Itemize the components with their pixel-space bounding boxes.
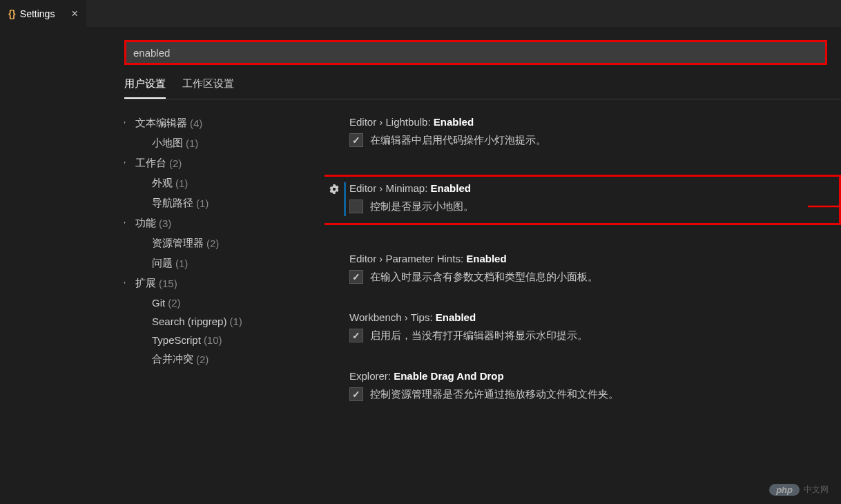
search-wrap bbox=[124, 28, 841, 65]
toc-item-merge-conflict[interactable]: 合并冲突 (2) bbox=[124, 349, 325, 369]
setting-description: 在输入时显示含有参数文档和类型信息的小面板。 bbox=[370, 271, 598, 284]
modified-indicator bbox=[344, 182, 346, 216]
toc-item-explorer[interactable]: 资源管理器 (2) bbox=[124, 233, 325, 253]
toc-label: 功能 bbox=[135, 217, 156, 230]
chevron-down-icon: ▾ bbox=[124, 219, 135, 228]
toc-item-appearance[interactable]: 外观 (1) bbox=[124, 173, 325, 193]
setting-editor-parameter-hints-enabled: Editor › Parameter Hints: Enabled 在输入时显示… bbox=[325, 253, 841, 284]
chevron-down-icon: ▾ bbox=[124, 119, 135, 128]
setting-editor-lightbulb-enabled: Editor › Lightbulb: Enabled 在编辑器中启用代码操作小… bbox=[325, 116, 841, 147]
toc-count: (2) bbox=[168, 297, 180, 309]
toc-count: (2) bbox=[196, 353, 209, 365]
toc-label: 问题 bbox=[152, 257, 173, 270]
checkbox[interactable] bbox=[349, 200, 363, 213]
tab-bar: { } Settings × bbox=[0, 0, 841, 28]
setting-description: 控制资源管理器是否允许通过拖放移动文件和文件夹。 bbox=[370, 388, 619, 401]
toc-item-search-ripgrep[interactable]: Search (ripgrep) (1) bbox=[124, 312, 325, 331]
setting-explorer-enable-drag-drop: Explorer: Enable Drag And Drop 控制资源管理器是否… bbox=[325, 370, 841, 401]
toc-label: Search (ripgrep) bbox=[152, 316, 226, 327]
toc-count: (1) bbox=[196, 197, 209, 209]
toc-count: (1) bbox=[175, 177, 188, 189]
setting-title: Explorer: Enable Drag And Drop bbox=[349, 370, 841, 382]
watermark-text: 中文网 bbox=[804, 484, 829, 496]
watermark: php 中文网 bbox=[769, 484, 829, 496]
settings-toc: ▾ 文本编辑器 (4) 小地图 (1) ▾ 工作台 (2) 外观 (1) 导航路… bbox=[124, 99, 325, 504]
toc-label: TypeScript bbox=[152, 334, 201, 346]
toc-label: Git bbox=[152, 297, 165, 309]
tab-workspace-settings[interactable]: 工作区设置 bbox=[182, 77, 234, 99]
toc-item-extensions[interactable]: ▾ 扩展 (15) bbox=[124, 273, 325, 293]
settings-list[interactable]: Editor › Lightbulb: Enabled 在编辑器中启用代码操作小… bbox=[325, 99, 841, 504]
toc-item-minimap[interactable]: 小地图 (1) bbox=[124, 133, 325, 153]
toc-label: 文本编辑器 bbox=[135, 117, 187, 130]
toc-count: (3) bbox=[159, 217, 171, 229]
toc-label: 外观 bbox=[152, 177, 173, 190]
toc-label: 资源管理器 bbox=[152, 237, 204, 250]
tab-user-settings[interactable]: 用户设置 bbox=[124, 77, 166, 99]
toc-count: (10) bbox=[204, 334, 222, 346]
setting-editor-minimap-enabled: Editor › Minimap: Enabled 控制是否显示小地图。 bbox=[325, 175, 841, 225]
settings-search-input[interactable] bbox=[124, 40, 827, 65]
close-icon[interactable]: × bbox=[71, 8, 77, 20]
setting-title: Editor › Parameter Hints: Enabled bbox=[349, 253, 841, 264]
toc-count: (15) bbox=[159, 278, 177, 289]
toc-item-typescript[interactable]: TypeScript (10) bbox=[124, 331, 325, 349]
toc-count: (4) bbox=[190, 117, 202, 129]
toc-item-breadcrumb[interactable]: 导航路径 (1) bbox=[124, 193, 325, 213]
settings-main-area: ▾ 文本编辑器 (4) 小地图 (1) ▾ 工作台 (2) 外观 (1) 导航路… bbox=[124, 99, 841, 504]
toc-count: (2) bbox=[206, 238, 219, 249]
setting-workbench-tips-enabled: Workbench › Tips: Enabled 启用后，当没有打开编辑器时将… bbox=[325, 311, 841, 342]
setting-title: Editor › Lightbulb: Enabled bbox=[349, 116, 841, 128]
toc-item-features[interactable]: ▾ 功能 (3) bbox=[124, 213, 325, 233]
watermark-badge: php bbox=[769, 484, 800, 496]
checkbox[interactable] bbox=[349, 270, 363, 284]
toc-item-workbench[interactable]: ▾ 工作台 (2) bbox=[124, 153, 325, 173]
toc-item-git[interactable]: Git (2) bbox=[124, 293, 325, 312]
setting-description: 启用后，当没有打开编辑器时将显示水印提示。 bbox=[370, 329, 588, 342]
toc-count: (1) bbox=[229, 316, 242, 327]
setting-title: Editor › Minimap: Enabled bbox=[349, 182, 831, 194]
toc-label: 工作台 bbox=[135, 157, 166, 170]
toc-item-problems[interactable]: 问题 (1) bbox=[124, 253, 325, 273]
setting-title: Workbench › Tips: Enabled bbox=[349, 311, 841, 323]
tab-settings[interactable]: { } Settings × bbox=[0, 0, 86, 27]
toc-count: (1) bbox=[175, 258, 188, 269]
toc-count: (2) bbox=[169, 157, 182, 169]
setting-description: 控制是否显示小地图。 bbox=[370, 200, 474, 213]
toc-item-text-editor[interactable]: ▾ 文本编辑器 (4) bbox=[124, 113, 325, 133]
braces-icon: { } bbox=[8, 8, 14, 19]
toc-label: 合并冲突 bbox=[152, 353, 193, 366]
settings-editor: 用户设置 工作区设置 ▾ 文本编辑器 (4) 小地图 (1) ▾ 工作台 (2)… bbox=[0, 28, 841, 504]
checkbox[interactable] bbox=[349, 133, 363, 147]
setting-description: 在编辑器中启用代码操作小灯泡提示。 bbox=[370, 134, 546, 147]
gear-icon[interactable] bbox=[329, 184, 340, 197]
checkbox[interactable] bbox=[349, 387, 363, 401]
chevron-down-icon: ▾ bbox=[124, 159, 135, 168]
scope-tabs: 用户设置 工作区设置 bbox=[124, 65, 827, 99]
toc-label: 扩展 bbox=[135, 277, 156, 290]
toc-label: 小地图 bbox=[152, 137, 183, 150]
tab-title: Settings bbox=[20, 8, 55, 19]
chevron-down-icon: ▾ bbox=[124, 279, 135, 288]
checkbox[interactable] bbox=[349, 329, 363, 342]
toc-count: (1) bbox=[186, 137, 198, 149]
toc-label: 导航路径 bbox=[152, 197, 193, 210]
